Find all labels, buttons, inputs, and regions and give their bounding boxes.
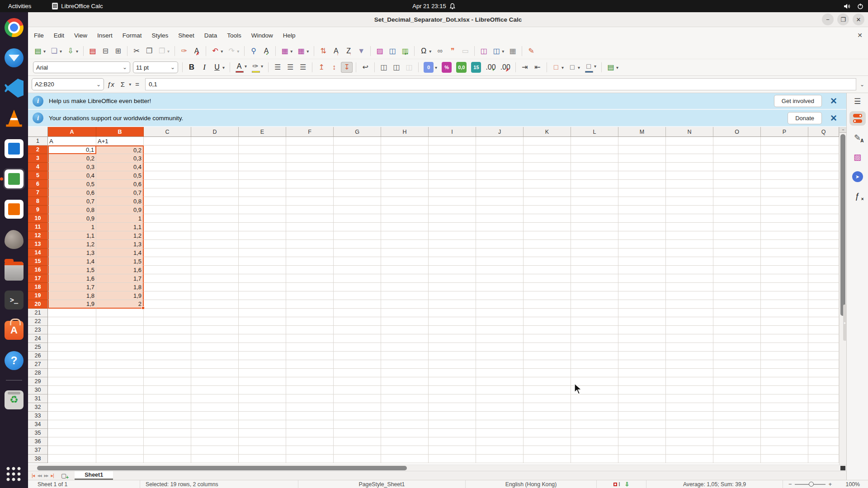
cell-P31[interactable]	[761, 394, 808, 403]
cell-I26[interactable]	[429, 352, 476, 360]
column-header-D[interactable]: D	[191, 127, 239, 137]
dock-item-vlc[interactable]	[3, 108, 25, 129]
cell-F29[interactable]	[286, 377, 334, 386]
cell-D38[interactable]	[191, 455, 239, 463]
column-header-K[interactable]: K	[524, 127, 571, 137]
cell-D7[interactable]	[191, 188, 239, 197]
cell-E26[interactable]	[239, 352, 286, 360]
cell-G3[interactable]	[334, 154, 381, 163]
cell-F36[interactable]	[286, 437, 334, 446]
center-vertically-button[interactable]: ↕	[328, 62, 340, 73]
cell-B36[interactable]	[96, 437, 144, 446]
menu-sheet[interactable]: Sheet	[173, 30, 199, 41]
cell-K27[interactable]	[524, 360, 571, 369]
cell-Q2[interactable]	[808, 145, 839, 154]
cell-O1[interactable]	[713, 137, 761, 145]
cell-J23[interactable]	[476, 326, 524, 334]
cell-J5[interactable]	[476, 171, 524, 180]
cell-J14[interactable]	[476, 249, 524, 257]
name-box[interactable]: A2:B20 ⌄	[32, 78, 104, 90]
insert-special-characters-button[interactable]: Ω▾	[418, 46, 433, 56]
cell-P17[interactable]	[761, 274, 808, 283]
column-header-M[interactable]: M	[618, 127, 666, 137]
cell-A16[interactable]: 1,5	[48, 266, 96, 274]
cell-L38[interactable]	[571, 455, 618, 463]
cell-B4[interactable]: 0,4	[96, 163, 144, 171]
cell-D14[interactable]	[191, 249, 239, 257]
cell-L7[interactable]	[571, 188, 618, 197]
cell-L16[interactable]	[571, 266, 618, 274]
cell-L24[interactable]	[571, 334, 618, 343]
cell-B11[interactable]: 1,1	[96, 223, 144, 231]
dock-item-apps[interactable]	[3, 464, 25, 485]
cell-H25[interactable]	[381, 343, 429, 352]
cell-E33[interactable]	[239, 412, 286, 420]
cell-F18[interactable]	[286, 283, 334, 291]
cell-I21[interactable]	[429, 309, 476, 317]
cell-L18[interactable]	[571, 283, 618, 291]
border-style-button[interactable]: □▾	[566, 62, 582, 73]
cell-F8[interactable]	[286, 197, 334, 206]
cell-L25[interactable]	[571, 343, 618, 352]
cell-D21[interactable]	[191, 309, 239, 317]
cell-G11[interactable]	[334, 223, 381, 231]
cell-O7[interactable]	[713, 188, 761, 197]
cell-L22[interactable]	[571, 317, 618, 326]
cell-I6[interactable]	[429, 180, 476, 188]
cell-H37[interactable]	[381, 446, 429, 455]
cell-D23[interactable]	[191, 326, 239, 334]
cell-H38[interactable]	[381, 455, 429, 463]
autofilter-button[interactable]: ▼	[355, 46, 367, 56]
cell-I1[interactable]	[429, 137, 476, 145]
cell-K14[interactable]	[524, 249, 571, 257]
cell-A7[interactable]: 0,6	[48, 188, 96, 197]
cell-A29[interactable]	[48, 377, 96, 386]
cell-B22[interactable]	[96, 317, 144, 326]
tab-sheet1[interactable]: Sheet1	[75, 471, 113, 480]
cell-P29[interactable]	[761, 377, 808, 386]
cell-J30[interactable]	[476, 386, 524, 394]
cell-M3[interactable]	[618, 154, 666, 163]
cell-K1[interactable]	[524, 137, 571, 145]
cell-K12[interactable]	[524, 231, 571, 240]
cell-O25[interactable]	[713, 343, 761, 352]
cell-I38[interactable]	[429, 455, 476, 463]
cell-J37[interactable]	[476, 446, 524, 455]
close-infobar-icon[interactable]: ✕	[827, 113, 842, 123]
dropdown-arrow-icon[interactable]: ▾	[616, 65, 618, 70]
dock-item-help[interactable]: ?	[3, 350, 25, 371]
cell-P21[interactable]	[761, 309, 808, 317]
cell-K20[interactable]	[524, 300, 571, 309]
cell-O16[interactable]	[713, 266, 761, 274]
cell-A33[interactable]	[48, 412, 96, 420]
cell-K3[interactable]	[524, 154, 571, 163]
close-document-icon[interactable]: ✕	[857, 32, 863, 39]
column-header-B[interactable]: B	[96, 127, 144, 137]
cell-E6[interactable]	[239, 180, 286, 188]
column-header-A[interactable]: A	[48, 127, 96, 137]
cell-F3[interactable]	[286, 154, 334, 163]
cell-P26[interactable]	[761, 352, 808, 360]
cell-J18[interactable]	[476, 283, 524, 291]
cell-Q5[interactable]	[808, 171, 839, 180]
row-header-32[interactable]: 32	[28, 403, 48, 412]
cell-O27[interactable]	[713, 360, 761, 369]
cell-G25[interactable]	[334, 343, 381, 352]
cell-M10[interactable]	[618, 214, 666, 223]
cell-M9[interactable]	[618, 206, 666, 214]
cell-F2[interactable]	[286, 145, 334, 154]
cell-A28[interactable]	[48, 369, 96, 377]
cell-L31[interactable]	[571, 394, 618, 403]
cell-N32[interactable]	[666, 403, 713, 412]
cell-E16[interactable]	[239, 266, 286, 274]
cell-B19[interactable]: 1,9	[96, 291, 144, 300]
menu-view[interactable]: View	[69, 30, 92, 41]
cell-F6[interactable]	[286, 180, 334, 188]
cell-A15[interactable]: 1,4	[48, 257, 96, 266]
zoom-slider-track[interactable]	[795, 484, 826, 485]
cell-D34[interactable]	[191, 420, 239, 429]
close-button[interactable]: ✕	[853, 14, 864, 25]
sort-ascending-button[interactable]: A↓	[330, 46, 342, 56]
cell-L32[interactable]	[571, 403, 618, 412]
dropdown-arrow-icon[interactable]: ▾	[594, 64, 596, 69]
